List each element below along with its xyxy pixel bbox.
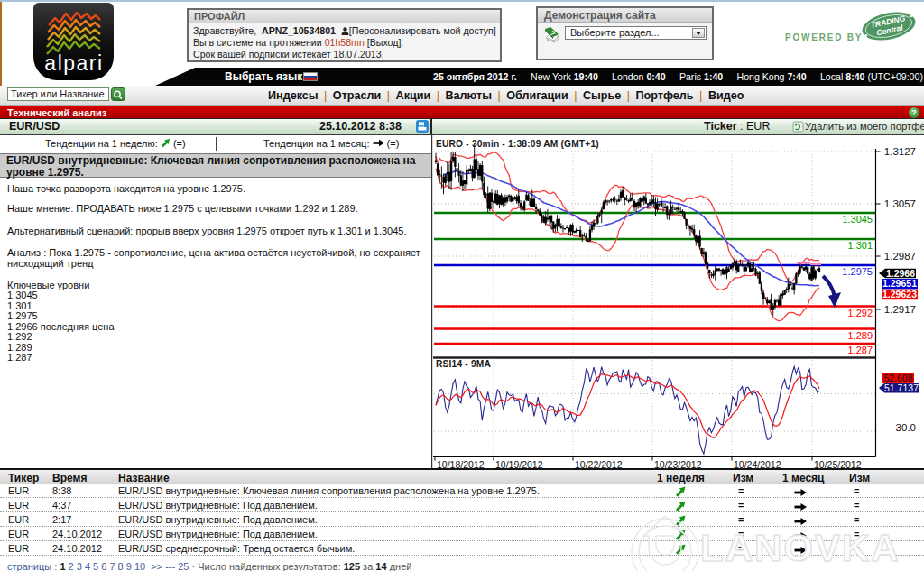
svg-text:1.3127: 1.3127 <box>884 146 916 157</box>
svg-text:1.2987: 1.2987 <box>884 251 916 262</box>
svg-text:alpari: alpari <box>44 51 103 75</box>
svg-text:51.7137: 51.7137 <box>884 382 919 393</box>
svg-text:EURO - 30min - 1:38:09 AM (GMT: EURO - 30min - 1:38:09 AM (GMT+1) <box>436 139 599 149</box>
svg-text:1.2966: 1.2966 <box>886 268 915 279</box>
svg-text:1.29623: 1.29623 <box>882 289 917 299</box>
svg-text:1.289: 1.289 <box>847 330 873 341</box>
svg-text:1.287: 1.287 <box>847 345 873 355</box>
svg-text:1.2917: 1.2917 <box>884 304 916 315</box>
svg-text:1.29651: 1.29651 <box>882 278 917 289</box>
svg-text:1.3057: 1.3057 <box>884 198 916 209</box>
svg-text:52.608: 52.608 <box>883 373 912 383</box>
svg-text:1.2975: 1.2975 <box>842 266 873 277</box>
svg-text:1.3045: 1.3045 <box>842 214 873 225</box>
svg-text:1.292: 1.292 <box>847 308 873 318</box>
svg-text:30.0: 30.0 <box>896 422 916 433</box>
svg-text:LANOVKA: LANOVKA <box>700 527 901 569</box>
svg-text:1.301: 1.301 <box>847 240 873 251</box>
svg-text:RSI14 - 9MA: RSI14 - 9MA <box>436 359 492 369</box>
